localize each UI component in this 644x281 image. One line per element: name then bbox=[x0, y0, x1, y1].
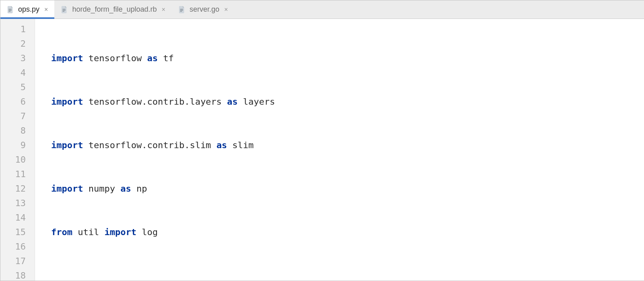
gutter: 1 2 3 4 5 6 7 8 9 10 11 12 13 14 15 16 1… bbox=[0, 19, 35, 281]
svg-rect-3 bbox=[63, 9, 66, 9]
tab-server-go[interactable]: server.go × bbox=[172, 0, 234, 19]
file-icon bbox=[178, 6, 186, 13]
line-number: 10 bbox=[0, 153, 26, 167]
line-number: 16 bbox=[0, 240, 26, 254]
code-editor[interactable]: import tensorflow as tf import tensorflo… bbox=[35, 19, 644, 281]
svg-rect-0 bbox=[9, 9, 12, 9]
svg-rect-8 bbox=[180, 11, 182, 11]
svg-rect-1 bbox=[9, 10, 12, 10]
close-icon[interactable]: × bbox=[223, 6, 229, 13]
line-number: 3 bbox=[0, 51, 26, 66]
line-number: 6 bbox=[0, 95, 26, 109]
line-number: 2 bbox=[0, 37, 26, 51]
line-number: 15 bbox=[0, 225, 26, 240]
svg-rect-7 bbox=[180, 10, 183, 10]
code-line: import tensorflow.contrib.slim as slim bbox=[51, 138, 644, 153]
line-number: 17 bbox=[0, 254, 26, 269]
tab-label: horde_form_file_upload.rb bbox=[72, 5, 157, 14]
line-number: 12 bbox=[0, 182, 26, 196]
line-number: 1 bbox=[0, 22, 26, 37]
line-number: 4 bbox=[0, 66, 26, 80]
svg-rect-5 bbox=[63, 11, 65, 11]
line-number: 11 bbox=[0, 167, 26, 182]
close-icon[interactable]: × bbox=[161, 6, 166, 13]
tab-horde-form-file-upload-rb[interactable]: horde_form_file_upload.rb × bbox=[54, 0, 171, 19]
code-area: 1 2 3 4 5 6 7 8 9 10 11 12 13 14 15 16 1… bbox=[0, 19, 644, 281]
code-line: from util import log bbox=[51, 225, 644, 240]
tab-ops-py[interactable]: ops.py × bbox=[0, 0, 54, 19]
svg-rect-6 bbox=[180, 9, 183, 9]
line-number: 8 bbox=[0, 124, 26, 138]
code-line: import tensorflow as tf bbox=[51, 51, 644, 66]
code-line: import tensorflow.contrib.layers as laye… bbox=[51, 95, 644, 109]
svg-rect-2 bbox=[9, 11, 11, 11]
tab-label: server.go bbox=[190, 5, 219, 14]
line-number: 13 bbox=[0, 196, 26, 211]
line-number: 7 bbox=[0, 109, 26, 124]
code-line bbox=[51, 269, 644, 281]
line-number: 18 bbox=[0, 269, 26, 281]
line-number: 14 bbox=[0, 211, 26, 225]
editor-root: ops.py × horde_form_file_upload.rb × ser… bbox=[0, 0, 644, 281]
line-number: 5 bbox=[0, 80, 26, 95]
tab-bar: ops.py × horde_form_file_upload.rb × ser… bbox=[0, 0, 644, 19]
file-icon bbox=[7, 6, 14, 13]
svg-rect-4 bbox=[63, 10, 66, 10]
line-number: 9 bbox=[0, 138, 26, 153]
file-icon bbox=[61, 6, 68, 13]
tab-label: ops.py bbox=[18, 5, 39, 14]
close-icon[interactable]: × bbox=[43, 6, 49, 13]
code-line: import numpy as np bbox=[51, 182, 644, 196]
